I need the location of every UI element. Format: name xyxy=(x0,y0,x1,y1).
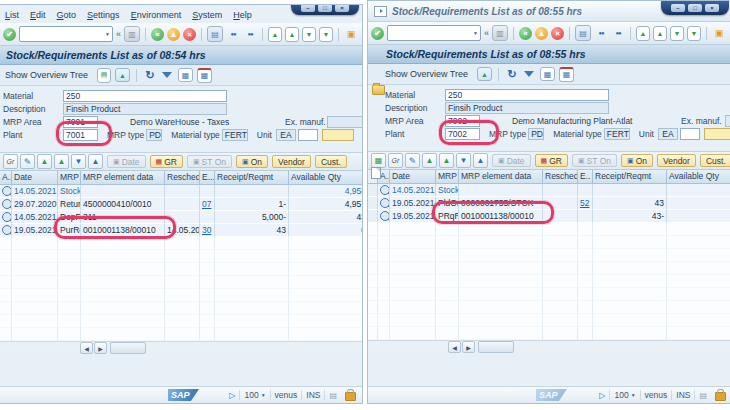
mrp-area-field[interactable]: 7002 xyxy=(445,115,480,127)
magnifier-icon[interactable] xyxy=(380,198,390,208)
back-icon[interactable]: « xyxy=(519,27,532,40)
column-header-receipt[interactable]: Receipt/Reqmt xyxy=(215,171,289,184)
magnifier-icon[interactable] xyxy=(2,212,12,222)
pencil-icon[interactable]: ✎ xyxy=(20,154,35,169)
page-export-icon[interactable]: ▤ xyxy=(97,68,111,83)
print-icon[interactable]: ▤ xyxy=(575,25,591,41)
extra-field[interactable] xyxy=(298,129,318,141)
close-button[interactable]: × xyxy=(335,4,349,12)
period-totals-alt-icon[interactable]: ▲ xyxy=(439,153,454,168)
plant-field[interactable]: 7001 xyxy=(63,129,98,141)
st-on-button[interactable]: ▣ST On xyxy=(572,154,617,167)
enter-icon[interactable]: ✔ xyxy=(371,27,384,40)
find-icon[interactable]: ●● xyxy=(226,27,240,41)
scroll-left-icon[interactable]: ◀ xyxy=(448,341,461,353)
empty-row[interactable] xyxy=(0,289,362,302)
magnifier-icon[interactable] xyxy=(2,186,12,196)
date-button[interactable]: ▣Date xyxy=(107,155,146,168)
empty-row[interactable] xyxy=(368,249,730,262)
sort-ascending-icon[interactable]: ▲ xyxy=(88,154,103,169)
previous-page-icon[interactable]: ▲ xyxy=(285,27,299,42)
new-session-icon[interactable]: ▣ xyxy=(712,26,726,40)
extra-field[interactable] xyxy=(680,128,700,140)
save-icon[interactable]: ▥ xyxy=(492,25,508,41)
scroll-right-icon[interactable]: ▶ xyxy=(94,342,107,354)
refresh-icon[interactable]: ↻ xyxy=(505,67,519,81)
command-field[interactable]: ▼ xyxy=(19,26,113,42)
column-header-resched[interactable]: Reschedul... xyxy=(165,171,200,184)
chart-icon[interactable]: ▦ xyxy=(540,67,555,81)
cust-button[interactable]: Cust. xyxy=(315,155,347,168)
table-row-prqrel[interactable]: 19.05.2021 PRqRel 0010001138/00010 43- xyxy=(368,210,730,223)
period-totals-icon[interactable]: ▲ xyxy=(422,153,437,168)
cancel-icon[interactable]: × xyxy=(183,28,196,41)
pencil-icon[interactable]: ✎ xyxy=(405,153,420,168)
vendor-button[interactable]: Vendor xyxy=(272,155,311,168)
chevron-down-icon[interactable]: ▼ xyxy=(473,30,480,36)
next-page-icon[interactable]: ▼ xyxy=(302,27,316,42)
maximize-button[interactable]: □ xyxy=(318,4,332,12)
enter-icon[interactable]: ✔ xyxy=(3,28,16,41)
column-header-date[interactable]: Date xyxy=(12,171,58,184)
table-view-icon[interactable]: ▦ xyxy=(371,153,386,168)
refresh-icon[interactable]: ↻ xyxy=(143,68,157,82)
filter-icon[interactable] xyxy=(523,68,536,81)
magnifier-icon[interactable] xyxy=(380,211,390,221)
period-totals-alt-icon[interactable]: ▲ xyxy=(54,154,69,169)
column-header-mrp[interactable]: MRP ... xyxy=(58,171,81,184)
find-next-icon[interactable]: ●● xyxy=(611,26,625,40)
zoom-select[interactable]: 100▼ xyxy=(609,390,639,400)
empty-row[interactable] xyxy=(368,275,730,288)
empty-row[interactable] xyxy=(0,263,362,276)
cancel-icon[interactable]: × xyxy=(551,27,564,40)
menu-environment[interactable]: Environment xyxy=(131,10,182,20)
magnifier-icon[interactable] xyxy=(2,199,12,209)
gr-button[interactable]: ▦GR xyxy=(150,155,183,168)
image-icon[interactable]: ▲ xyxy=(115,68,130,82)
save-icon[interactable]: ▥ xyxy=(124,26,140,42)
scrollbar-thumb[interactable] xyxy=(478,341,514,353)
shortcut-icon[interactable]: ▣ xyxy=(361,27,363,41)
empty-row[interactable] xyxy=(0,328,362,341)
menu-goto[interactable]: Goto xyxy=(57,10,77,20)
empty-row[interactable] xyxy=(368,223,730,236)
column-header-element[interactable]: MRP element data xyxy=(459,170,543,183)
empty-row[interactable] xyxy=(0,276,362,289)
sort-descending-icon[interactable]: ▼ xyxy=(456,153,471,168)
print-icon[interactable]: ▤ xyxy=(207,26,223,42)
on-button[interactable]: ▣On xyxy=(236,155,268,168)
first-page-icon[interactable]: ▲ xyxy=(268,27,282,42)
zoom-select[interactable]: 100▼ xyxy=(239,390,269,400)
minimize-button[interactable]: – xyxy=(671,4,685,12)
graphic-icon[interactable]: Gr xyxy=(3,154,18,169)
command-field[interactable]: ▼ xyxy=(387,25,481,41)
horizontal-scrollbar[interactable]: ◀ ▶ xyxy=(368,340,730,353)
image-icon[interactable]: ▲ xyxy=(477,67,492,81)
column-header-available[interactable]: Available Qty xyxy=(289,171,363,184)
first-page-icon[interactable]: ▲ xyxy=(636,26,650,41)
table-row-stock[interactable]: 14.05.2021 Stock 4,958 xyxy=(0,185,362,198)
scrollbar-thumb[interactable] xyxy=(110,342,146,354)
table-row-depreq[interactable]: 14.05.2021 DepReq 311 5,000- 43 xyxy=(0,211,362,224)
column-header-element[interactable]: MRP element data xyxy=(81,171,165,184)
collapse-icon[interactable]: « xyxy=(484,28,489,38)
date-field[interactable] xyxy=(704,128,730,140)
chart-icon[interactable]: ▦ xyxy=(178,68,193,82)
filter-icon[interactable] xyxy=(161,69,174,82)
column-header-receipt[interactable]: Receipt/Reqmt xyxy=(593,170,667,183)
vendor-button[interactable]: Vendor xyxy=(657,154,696,167)
empty-row[interactable] xyxy=(368,262,730,275)
last-page-icon[interactable]: ▼ xyxy=(687,26,701,41)
column-header-resched[interactable]: Reschedul... xyxy=(543,170,578,183)
find-next-icon[interactable]: ●● xyxy=(243,27,257,41)
command-input[interactable] xyxy=(388,28,473,39)
back-icon[interactable]: « xyxy=(151,28,164,41)
command-input[interactable] xyxy=(20,29,105,40)
cust-button[interactable]: Cust. xyxy=(700,154,730,167)
empty-row[interactable] xyxy=(0,250,362,263)
find-icon[interactable]: ●● xyxy=(594,26,608,40)
previous-page-icon[interactable]: ▲ xyxy=(653,26,667,41)
show-overview-tree-button[interactable]: Show Overview Tree xyxy=(385,69,468,79)
column-header-available[interactable]: Available Qty xyxy=(667,170,730,183)
last-page-icon[interactable]: ▼ xyxy=(319,27,333,42)
